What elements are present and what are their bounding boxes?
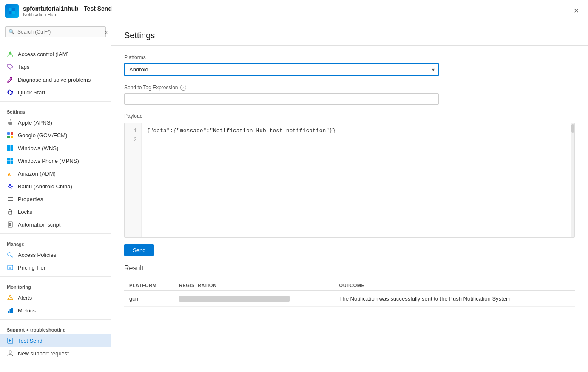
svg-rect-25 [8,199,13,200]
support-icon [7,350,14,357]
svg-point-23 [11,186,13,187]
sidebar-item-locks[interactable]: Locks [0,205,111,218]
sidebar-item-label: New support request [18,350,69,357]
send-button[interactable]: Send [124,244,154,256]
result-divider [124,275,575,275]
windows-phone-icon [7,157,14,164]
window-subtitle: Notification Hub [23,12,569,17]
sidebar-item-new-support[interactable]: New support request [0,347,111,360]
app-icon [5,4,19,18]
sidebar-item-label: Pricing Tier [18,264,45,271]
svg-rect-19 [11,161,14,164]
svg-rect-10 [7,136,10,138]
svg-point-22 [8,186,9,187]
sidebar-item-access-control[interactable]: Access control (IAM) [0,48,111,60]
sidebar-item-diagnose[interactable]: Diagnose and solve problems [0,73,111,86]
sidebar-item-label: Alerts [18,295,32,301]
section-label-manage: Manage [0,236,111,248]
sidebar-item-windows-phone[interactable]: Windows Phone (MPNS) [0,154,111,167]
sidebar-item-metrics[interactable]: Metrics [0,304,111,317]
sidebar-item-pricing[interactable]: $ Pricing Tier [0,261,111,274]
sidebar-search-area: 🔍 [0,22,111,42]
section-label-settings: Settings [0,104,111,116]
sidebar-item-label: Quick Start [18,89,45,96]
sidebar-item-automation[interactable]: Automation script [0,218,111,231]
svg-rect-3 [12,11,15,14]
cell-outcome: The Notification was successfully sent t… [334,291,575,307]
sidebar-item-properties[interactable]: Properties [0,193,111,205]
main-content: Settings Platforms Android Apple (APNS) … [111,22,588,372]
svg-rect-31 [9,225,11,226]
svg-rect-9 [11,132,13,135]
svg-line-33 [11,256,13,257]
sidebar-item-windows[interactable]: Windows (WNS) [0,142,111,154]
platform-select-wrap: Android Apple (APNS) Windows (WNS) Windo… [124,63,439,76]
svg-text:a: a [8,171,11,177]
sidebar-item-access-policies[interactable]: Access Policies [0,248,111,261]
col-platform: PLATFORM [124,280,174,291]
svg-marker-43 [9,339,11,342]
cell-platform: gcm [124,291,174,307]
svg-rect-8 [7,132,10,135]
svg-point-32 [8,253,11,256]
sidebar-scroll: Access control (IAM) Tags Diagnose and s… [0,42,111,372]
svg-text:$: $ [9,266,11,270]
svg-point-44 [9,351,11,353]
test-send-icon [7,337,14,344]
sidebar-collapse-button[interactable]: « [103,27,109,37]
sidebar-item-test-send[interactable]: Test Send [0,334,111,347]
section-label-support: Support + troubleshooting [0,322,111,334]
result-section: Result PLATFORM REGISTRATION OUTCOME gcm [124,264,575,307]
iam-icon [7,51,14,57]
code-editor: 1 2 {"data":{"message":"Notification Hub… [124,123,575,238]
svg-rect-30 [9,224,11,225]
close-button[interactable]: ✕ [569,4,583,18]
line-numbers: 1 2 [125,123,142,237]
sidebar-item-label: Windows Phone (MPNS) [18,158,79,164]
svg-rect-14 [7,148,10,151]
sidebar-item-baidu[interactable]: Baidu (Android China) [0,180,111,193]
sidebar-item-apple[interactable]: Apple (APNS) [0,116,111,129]
svg-rect-26 [8,200,13,201]
key-icon [7,251,14,258]
sidebar-item-tags[interactable]: Tags [0,60,111,73]
search-input[interactable] [5,26,106,37]
section-label-monitoring: Monitoring [0,279,111,291]
svg-point-21 [9,184,11,186]
sidebar-item-label: Baidu (Android China) [18,183,72,190]
result-table: PLATFORM REGISTRATION OUTCOME gcm The No… [124,280,575,307]
sidebar-item-label: Tags [18,64,29,70]
title-group: spfcmtutorial1nhub - Test Send Notificat… [23,5,569,17]
svg-rect-41 [11,308,13,313]
tag-expression-input[interactable] [124,93,439,105]
result-title: Result [124,264,575,272]
sidebar-item-label: Properties [18,196,43,202]
panel-header: Settings [111,22,588,46]
svg-point-7 [8,89,13,95]
svg-rect-2 [9,11,12,14]
sidebar-item-quickstart[interactable]: Quick Start [0,86,111,99]
sidebar-item-google[interactable]: Google (GCM/FCM) [0,129,111,142]
sidebar-item-label: Locks [18,209,32,215]
svg-rect-13 [11,145,14,148]
svg-rect-15 [11,148,14,151]
code-content[interactable]: {"data":{"message":"Notification Hub tes… [142,123,574,237]
payload-section: Payload 1 2 {"data":{"message":"Notifica… [124,113,575,238]
automation-icon [7,221,14,228]
info-icon[interactable]: i [180,85,186,91]
sidebar-item-alerts[interactable]: Alerts [0,291,111,304]
svg-rect-12 [7,145,10,148]
sidebar-item-label: Automation script [18,221,60,228]
platform-select[interactable]: Android Apple (APNS) Windows (WNS) Windo… [124,63,439,76]
window-title: spfcmtutorial1nhub - Test Send [23,5,569,12]
svg-rect-40 [10,309,11,313]
window-titlebar: spfcmtutorial1nhub - Test Send Notificat… [0,0,588,22]
google-icon [7,132,14,139]
metrics-icon [7,307,14,314]
page-title: Settings [124,31,575,40]
sidebar-item-amazon[interactable]: a Amazon (ADM) [0,167,111,180]
svg-rect-17 [11,158,14,161]
tag-icon [7,63,14,70]
code-scrollbar[interactable] [571,123,574,237]
svg-rect-39 [8,311,9,313]
